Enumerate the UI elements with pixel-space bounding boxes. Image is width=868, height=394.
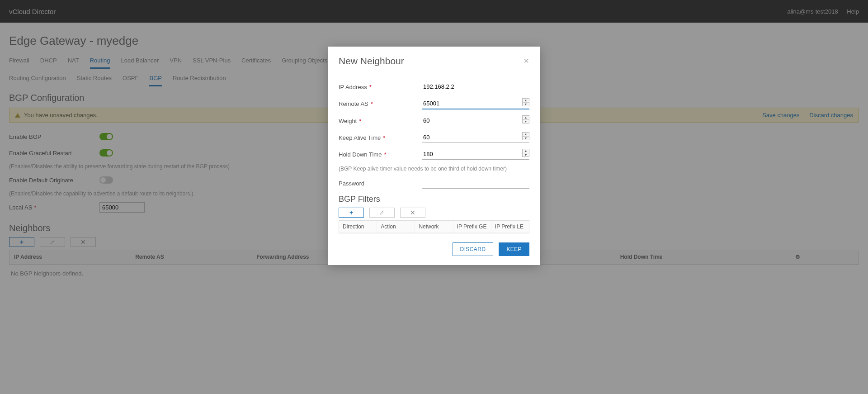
spinner-up-icon[interactable]: ▲ (523, 99, 529, 103)
close-icon[interactable]: ✕ (524, 57, 529, 65)
filter-column-header[interactable]: Direction (339, 221, 377, 233)
holddown-label: Hold Down Time (339, 151, 382, 158)
filter-column-header[interactable]: Network (415, 221, 453, 233)
filter-column-header[interactable]: IP Prefix LE (491, 221, 529, 233)
modal-title: New Neighbour (339, 56, 404, 66)
remote-as-label: Remote AS (339, 100, 368, 107)
ip-address-input[interactable] (422, 81, 529, 92)
spinner-down-icon[interactable]: ▼ (523, 137, 529, 140)
filters-grid: DirectionActionNetworkIP Prefix GEIP Pre… (339, 220, 529, 233)
add-filter-button[interactable]: + (339, 208, 364, 218)
spinner-up-icon[interactable]: ▲ (523, 149, 529, 153)
edit-filter-button[interactable] (369, 208, 395, 218)
spinner-down-icon[interactable]: ▼ (523, 120, 529, 123)
discard-button[interactable]: DISCARD (453, 242, 494, 256)
holddown-input[interactable] (422, 149, 529, 160)
spinner-up-icon[interactable]: ▲ (523, 116, 529, 120)
delete-filter-button[interactable]: ✕ (400, 208, 425, 218)
new-neighbour-modal: New Neighbour ✕ IP Address* Remote AS* ▲… (328, 47, 540, 265)
keepalive-label: Keep Alive Time (339, 134, 381, 141)
filter-column-header[interactable]: IP Prefix GE (453, 221, 491, 233)
password-label: Password (339, 180, 364, 187)
weight-input[interactable] (422, 115, 529, 126)
spinner-down-icon[interactable]: ▼ (523, 153, 529, 157)
weight-label: Weight (339, 118, 357, 124)
filter-column-header[interactable]: Action (377, 221, 415, 233)
holddown-spinner[interactable]: ▲▼ (522, 149, 529, 157)
keepalive-spinner[interactable]: ▲▼ (522, 132, 529, 140)
spinner-down-icon[interactable]: ▼ (523, 103, 529, 106)
timer-hint: (BGP Keep alive timer value needs to be … (339, 166, 529, 172)
remote-as-spinner[interactable]: ▲▼ (522, 98, 529, 106)
password-input[interactable] (422, 178, 529, 189)
weight-spinner[interactable]: ▲▼ (522, 115, 529, 123)
keepalive-input[interactable] (422, 132, 529, 143)
spinner-up-icon[interactable]: ▲ (523, 133, 529, 137)
ip-address-label: IP Address (339, 84, 367, 90)
edit-icon (379, 210, 385, 215)
keep-button[interactable]: KEEP (499, 242, 529, 256)
remote-as-input[interactable] (422, 98, 529, 109)
bgp-filters-title: BGP Filters (339, 195, 529, 204)
